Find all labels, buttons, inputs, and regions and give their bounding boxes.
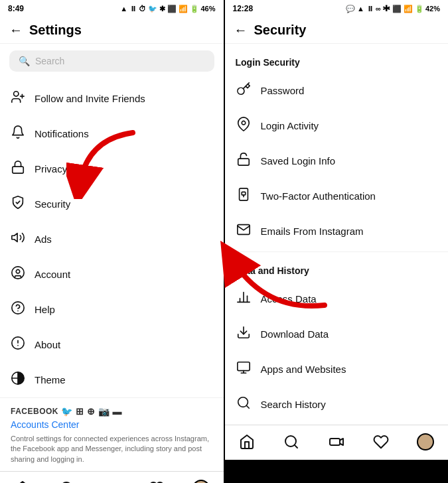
nav-home-right[interactable] xyxy=(235,432,259,452)
svg-rect-19 xyxy=(238,159,249,165)
nav-video-right[interactable] xyxy=(325,432,348,452)
lock-icon xyxy=(11,160,25,178)
saved-login-label: Saved Login Info xyxy=(261,155,336,167)
bottom-nav-left xyxy=(0,471,224,483)
nav-search-left[interactable] xyxy=(55,478,79,483)
search-bar[interactable]: 🔍 Search xyxy=(9,50,214,72)
person-circle-icon xyxy=(11,265,25,283)
svg-point-5 xyxy=(12,267,24,279)
nav-home-left[interactable] xyxy=(11,478,35,483)
facebook-social-icons: 🐦 ⊞ ⊕ 📷 ▬ xyxy=(61,406,122,417)
two-factor-item[interactable]: Two-Factor Authentication xyxy=(225,178,449,214)
nav-video-left[interactable] xyxy=(100,478,123,483)
svg-rect-3 xyxy=(13,167,24,173)
follow-label: Follow and Invite Friends xyxy=(35,93,145,104)
svg-rect-35 xyxy=(330,439,340,445)
page-title-left: Settings xyxy=(29,23,82,38)
facebook-label: FACEBOOK 🐦 ⊞ ⊕ 📷 ▬ xyxy=(11,406,213,417)
login-activity-item[interactable]: Login Activity xyxy=(225,108,449,143)
privacy-label: Privacy xyxy=(35,163,67,174)
svg-point-6 xyxy=(16,269,20,273)
access-data-label: Access Data xyxy=(261,293,317,305)
nav-heart-right[interactable] xyxy=(369,432,393,452)
download-data-item[interactable]: Download Data xyxy=(225,316,449,352)
sidebar-item-privacy[interactable]: Privacy xyxy=(0,151,224,186)
nav-heart-left[interactable] xyxy=(145,478,169,483)
data-history-header: Data and History xyxy=(225,255,449,281)
nav-profile-right[interactable] xyxy=(413,432,437,452)
facebook-section: FACEBOOK 🐦 ⊞ ⊕ 📷 ▬ Accounts Center Contr… xyxy=(0,397,224,468)
ads-label: Ads xyxy=(35,234,52,245)
sidebar-item-help[interactable]: Help xyxy=(0,292,224,327)
theme-label: Theme xyxy=(35,374,66,385)
theme-icon xyxy=(11,371,25,389)
about-label: About xyxy=(35,339,60,350)
accounts-center-link[interactable]: Accounts Center xyxy=(11,419,213,430)
search-icon: 🔍 xyxy=(19,56,30,66)
svg-line-32 xyxy=(246,405,249,408)
search-history-icon xyxy=(236,395,252,413)
sidebar-item-account[interactable]: Account xyxy=(0,257,224,292)
settings-header: ← Settings xyxy=(0,16,224,44)
megaphone-icon xyxy=(11,230,25,248)
security-label: Security xyxy=(35,198,70,210)
sidebar-item-security[interactable]: Security xyxy=(0,186,224,222)
emails-item[interactable]: Emails From Instagram xyxy=(225,214,449,249)
sidebar-item-about[interactable]: About xyxy=(0,327,224,362)
search-placeholder: Search xyxy=(35,56,64,66)
svg-rect-20 xyxy=(239,188,248,200)
info-circle-icon xyxy=(11,336,25,354)
battery-right: 42% xyxy=(425,5,440,13)
apps-websites-item[interactable]: Apps and Websites xyxy=(225,352,449,387)
help-label: Help xyxy=(35,304,55,315)
section-divider xyxy=(225,251,449,252)
account-label: Account xyxy=(35,269,70,280)
page-title-right: Security xyxy=(254,23,307,38)
login-security-header: Login Security xyxy=(225,46,449,73)
status-bar-left: 8:49 ▲ ⏸ ⏱ 🐦 ✱ ⬛ 📶 🔋 46% xyxy=(0,0,224,16)
security-header: ← Security xyxy=(225,16,449,44)
status-icons-right: 💬 ▲ ⏸ ∞ ✱ ⬛ 📶 🔋 42% xyxy=(346,5,440,13)
envelope-icon xyxy=(236,222,252,240)
emails-label: Emails From Instagram xyxy=(261,226,364,237)
saved-login-item[interactable]: Saved Login Info xyxy=(225,143,449,178)
help-circle-icon xyxy=(11,301,25,318)
svg-point-18 xyxy=(242,121,246,125)
nav-profile-left[interactable] xyxy=(189,478,213,483)
time-right: 12:28 xyxy=(233,4,254,13)
svg-line-34 xyxy=(295,445,297,448)
login-activity-label: Login Activity xyxy=(261,120,319,131)
search-history-item[interactable]: Search History xyxy=(225,387,449,422)
bell-icon xyxy=(11,125,25,143)
shield-icon xyxy=(11,195,25,213)
svg-rect-28 xyxy=(237,362,249,371)
sidebar-item-ads[interactable]: Ads xyxy=(0,222,224,257)
sidebar-item-follow[interactable]: Follow and Invite Friends xyxy=(0,81,224,116)
sidebar-item-notifications[interactable]: Notifications xyxy=(0,116,224,151)
bar-chart-icon xyxy=(236,290,252,308)
security-list: Login Security Password L xyxy=(225,44,449,425)
status-bar-right: 12:28 💬 ▲ ⏸ ∞ ✱ ⬛ 📶 🔋 42% xyxy=(225,0,449,16)
apps-websites-label: Apps and Websites xyxy=(261,364,346,375)
back-button-left[interactable]: ← xyxy=(9,23,23,38)
bottom-nav-right xyxy=(225,425,449,460)
svg-marker-36 xyxy=(340,439,343,445)
status-icons-left: ▲ ⏸ ⏱ 🐦 ✱ ⬛ 📶 🔋 46% xyxy=(120,5,215,13)
password-item[interactable]: Password xyxy=(225,73,449,108)
download-icon xyxy=(236,325,252,343)
location-icon xyxy=(236,117,252,135)
password-label: Password xyxy=(261,85,305,96)
svg-point-0 xyxy=(14,92,19,96)
sidebar-item-theme[interactable]: Theme xyxy=(0,362,224,397)
two-factor-label: Two-Factor Authentication xyxy=(261,190,376,202)
notifications-label: Notifications xyxy=(35,128,89,139)
battery-left: 46% xyxy=(200,5,215,13)
follow-icon xyxy=(11,90,25,107)
access-data-item[interactable]: Access Data xyxy=(225,281,449,316)
svg-marker-4 xyxy=(12,234,17,242)
lock-open-icon xyxy=(236,152,252,170)
nav-search-right[interactable] xyxy=(279,432,303,452)
back-button-right[interactable]: ← xyxy=(234,23,248,38)
settings-list: Follow and Invite Friends Notifications xyxy=(0,78,224,471)
facebook-description: Control settings for connected experienc… xyxy=(11,434,213,464)
